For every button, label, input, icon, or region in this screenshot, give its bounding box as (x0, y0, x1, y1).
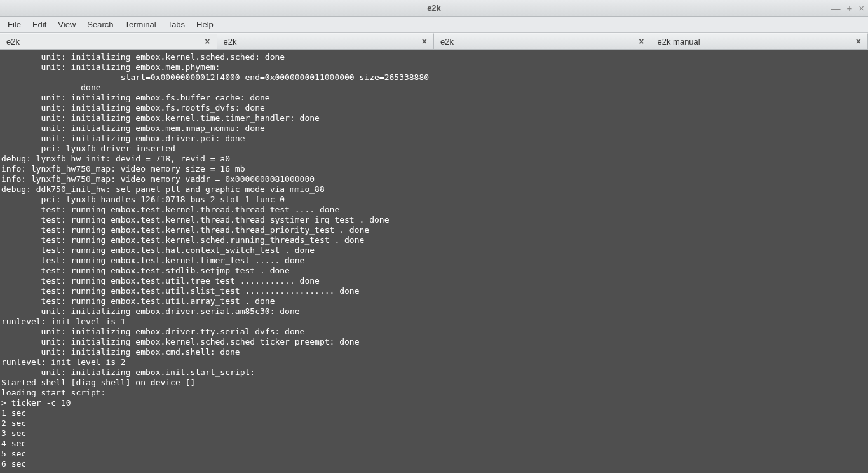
menu-bar: File Edit View Search Terminal Tabs Help (0, 17, 868, 33)
close-icon[interactable]: × (637, 36, 645, 46)
menu-edit[interactable]: Edit (27, 18, 51, 31)
menu-view[interactable]: View (53, 18, 81, 31)
terminal-output[interactable]: unit: initializing embox.kernel.sched.sc… (0, 50, 868, 473)
maximize-button[interactable]: + (846, 3, 852, 13)
tab-label: e2k (440, 37, 454, 46)
tab-3[interactable]: e2k manual × (651, 33, 869, 49)
tab-0[interactable]: e2k × (0, 33, 217, 49)
close-icon[interactable]: × (421, 36, 428, 46)
tab-2[interactable]: e2k × (434, 33, 651, 49)
tab-bar: e2k × e2k × e2k × e2k manual × (0, 33, 868, 50)
menu-file[interactable]: File (3, 18, 26, 31)
close-icon[interactable]: × (855, 36, 862, 46)
tab-label: e2k manual (658, 37, 700, 46)
tab-1[interactable]: e2k × (217, 33, 435, 49)
tab-label: e2k (6, 37, 20, 46)
menu-search[interactable]: Search (82, 18, 118, 31)
menu-terminal[interactable]: Terminal (120, 18, 161, 31)
close-icon[interactable]: × (203, 36, 211, 46)
window-titlebar: e2k — + × (0, 0, 868, 17)
close-button[interactable]: × (858, 3, 864, 13)
window-buttons: — + × (831, 0, 864, 16)
menu-help[interactable]: Help (191, 18, 219, 31)
window-title: e2k (0, 3, 868, 13)
minimize-button[interactable]: — (831, 3, 840, 13)
tab-label: e2k (224, 37, 237, 46)
menu-tabs[interactable]: Tabs (163, 18, 190, 31)
